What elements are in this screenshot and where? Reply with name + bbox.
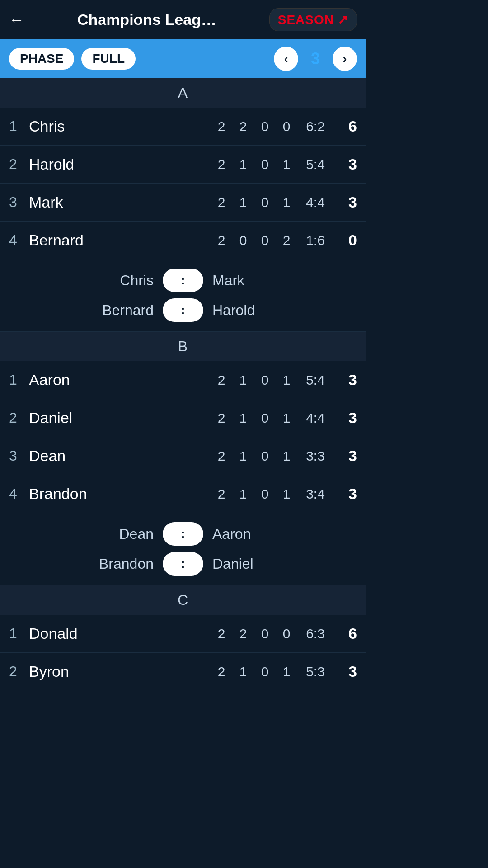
pts-cell: 3: [333, 663, 357, 680]
rank-cell: 1: [9, 118, 29, 135]
matchup-away-team: Harold: [212, 302, 294, 319]
played-cell: 2: [211, 233, 232, 248]
drawn-cell: 0: [254, 486, 276, 502]
table-row[interactable]: 1 Donald 2 2 0 0 6:3 6: [0, 615, 366, 653]
lost-cell: 1: [276, 486, 297, 502]
gd-cell: 5:3: [297, 664, 333, 679]
season-button[interactable]: SEASON ↗: [269, 8, 357, 31]
gd-cell: 5:4: [297, 373, 333, 388]
matchup-section-B: Dean : Aaron Brandon : Daniel: [0, 513, 366, 585]
won-cell: 1: [232, 373, 254, 388]
team-name-cell: Dean: [29, 447, 211, 465]
phase-bar: PHASE FULL ‹ 3 ›: [0, 39, 366, 78]
next-round-button[interactable]: ›: [333, 47, 357, 71]
gd-cell: 4:4: [297, 410, 333, 426]
team-name-cell: Brandon: [29, 485, 211, 503]
matchup-away-team: Mark: [212, 272, 294, 289]
rank-cell: 2: [9, 410, 29, 426]
pts-cell: 6: [333, 625, 357, 642]
table-row[interactable]: 3 Dean 2 1 0 1 3:3 3: [0, 437, 366, 475]
full-button[interactable]: FULL: [81, 48, 136, 70]
matchup-row: Bernard : Harold: [14, 298, 352, 322]
drawn-cell: 0: [254, 448, 276, 464]
rank-cell: 4: [9, 232, 29, 249]
drawn-cell: 0: [254, 233, 276, 248]
lost-cell: 1: [276, 664, 297, 679]
lost-cell: 0: [276, 626, 297, 642]
drawn-cell: 0: [254, 157, 276, 172]
matchup-home-team: Brandon: [72, 556, 154, 572]
group-header-B: B: [0, 332, 366, 361]
table-row[interactable]: 2 Harold 2 1 0 1 5:4 3: [0, 146, 366, 184]
prev-round-button[interactable]: ‹: [274, 47, 298, 71]
pts-cell: 3: [333, 485, 357, 503]
rank-cell: 4: [9, 486, 29, 502]
team-name-cell: Chris: [29, 118, 211, 135]
won-cell: 1: [232, 448, 254, 464]
table-row[interactable]: 2 Daniel 2 1 0 1 4:4 3: [0, 399, 366, 437]
matchup-row: Dean : Aaron: [14, 522, 352, 546]
pts-cell: 3: [333, 371, 357, 389]
pts-cell: 6: [333, 118, 357, 135]
played-cell: 2: [211, 410, 232, 426]
table-row[interactable]: 4 Bernard 2 0 0 2 1:6 0: [0, 222, 366, 259]
matchup-score-button[interactable]: :: [163, 552, 203, 576]
rank-cell: 1: [9, 372, 29, 388]
team-name-cell: Donald: [29, 625, 211, 642]
matchup-score-button[interactable]: :: [163, 269, 203, 292]
won-cell: 2: [232, 119, 254, 134]
lost-cell: 1: [276, 410, 297, 426]
gd-cell: 3:3: [297, 448, 333, 464]
played-cell: 2: [211, 119, 232, 134]
table-row[interactable]: 2 Byron 2 1 0 1 5:3 3: [0, 653, 366, 690]
played-cell: 2: [211, 664, 232, 679]
won-cell: 1: [232, 157, 254, 172]
matchup-score-button[interactable]: :: [163, 522, 203, 546]
rank-cell: 2: [9, 156, 29, 173]
group-header-C: C: [0, 585, 366, 615]
header: ← Champions Leag… SEASON ↗: [0, 0, 366, 39]
back-button[interactable]: ←: [9, 11, 24, 28]
team-name-cell: Byron: [29, 663, 211, 680]
won-cell: 1: [232, 195, 254, 210]
played-cell: 2: [211, 448, 232, 464]
table-row[interactable]: 1 Chris 2 2 0 0 6:2 6: [0, 108, 366, 146]
matchup-away-team: Aaron: [212, 526, 294, 542]
drawn-cell: 0: [254, 410, 276, 426]
played-cell: 2: [211, 195, 232, 210]
gd-cell: 5:4: [297, 157, 333, 172]
rank-cell: 1: [9, 625, 29, 642]
rank-cell: 3: [9, 448, 29, 464]
pts-cell: 3: [333, 193, 357, 211]
gd-cell: 3:4: [297, 486, 333, 502]
table-row[interactable]: 1 Aaron 2 1 0 1 5:4 3: [0, 361, 366, 399]
played-cell: 2: [211, 373, 232, 388]
group-header-A: A: [0, 78, 366, 108]
lost-cell: 1: [276, 195, 297, 210]
season-arrow-icon: ↗: [338, 12, 348, 27]
lost-cell: 1: [276, 448, 297, 464]
table-row[interactable]: 3 Mark 2 1 0 1 4:4 3: [0, 184, 366, 222]
matchup-home-team: Chris: [72, 272, 154, 289]
phase-button[interactable]: PHASE: [9, 48, 74, 70]
matchup-section-A: Chris : Mark Bernard : Harold: [0, 259, 366, 331]
matchup-row: Chris : Mark: [14, 269, 352, 292]
pts-cell: 3: [333, 409, 357, 427]
won-cell: 1: [232, 486, 254, 502]
drawn-cell: 0: [254, 195, 276, 210]
matchup-score-button[interactable]: :: [163, 298, 203, 322]
won-cell: 1: [232, 410, 254, 426]
drawn-cell: 0: [254, 664, 276, 679]
table-row[interactable]: 4 Brandon 2 1 0 1 3:4 3: [0, 475, 366, 513]
pts-cell: 3: [333, 156, 357, 173]
lost-cell: 1: [276, 157, 297, 172]
pts-cell: 3: [333, 447, 357, 465]
season-label: SEASON: [278, 13, 334, 27]
pts-cell: 0: [333, 231, 357, 249]
played-cell: 2: [211, 626, 232, 642]
matchup-home-team: Dean: [72, 526, 154, 542]
rank-cell: 2: [9, 663, 29, 680]
gd-cell: 1:6: [297, 233, 333, 248]
matchup-row: Brandon : Daniel: [14, 552, 352, 576]
lost-cell: 1: [276, 373, 297, 388]
